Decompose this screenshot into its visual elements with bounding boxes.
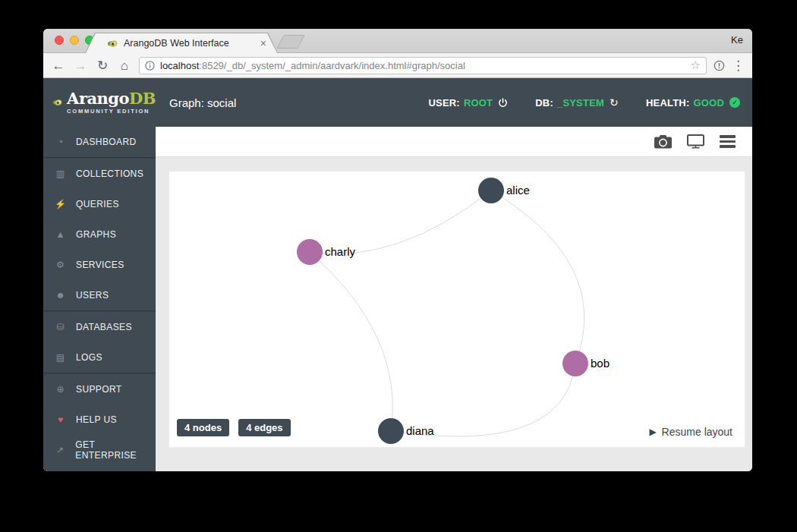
page-info-icon[interactable]: [145, 61, 155, 71]
heart-icon: ♥: [54, 414, 67, 425]
graph-edge-charly-diana: [310, 252, 392, 431]
brand-wordmark: ArangoDB: [67, 90, 156, 106]
graph-viewer-content: alicecharlybobdiana 4 nodes 4 edges ▶ Re…: [156, 157, 752, 471]
graph-node-diana[interactable]: [378, 418, 404, 444]
sidebar-item-label: QUERIES: [76, 199, 119, 209]
graph-node-alice[interactable]: [478, 178, 504, 203]
browser-tab-bar: ArangoDB Web Interface × Ke: [43, 29, 752, 53]
graph-node-charly[interactable]: [297, 239, 323, 265]
sidebar-item-graphs[interactable]: ▲GRAPHS: [43, 219, 156, 250]
graph-viewer-toolbar: [156, 127, 752, 157]
tab-close-icon[interactable]: ×: [260, 38, 266, 49]
sidebar-item-helpus[interactable]: ♥HELP US: [43, 405, 156, 435]
users-icon: ☻: [54, 290, 67, 301]
graph-stats: 4 nodes 4 edges: [177, 419, 291, 436]
back-icon[interactable]: ←: [51, 59, 66, 72]
url-path: :8529/_db/_system/_admin/aardvark/index.…: [199, 60, 465, 71]
minimize-window-button[interactable]: [70, 36, 79, 45]
sidebar-item-dashboard[interactable]: ◔DASHBOARD: [43, 127, 156, 157]
sidebar-item-label: HELP US: [76, 414, 117, 425]
sidebar-item-label: SERVICES: [76, 260, 124, 270]
user-value: ROOT: [464, 97, 493, 109]
close-window-button[interactable]: [55, 36, 64, 45]
sidebar-item-label: GRAPHS: [76, 229, 116, 240]
graph-node-label-diana: diana: [406, 424, 434, 437]
play-icon: ▶: [649, 427, 656, 436]
browser-window: ArangoDB Web Interface × Ke ← → ↻ ⌂ loca…: [43, 29, 752, 471]
sidebar-item-label: COLLECTIONS: [76, 168, 143, 179]
browser-alert-icon[interactable]: [714, 60, 725, 71]
url-host: localhost: [160, 60, 199, 71]
resume-layout-button[interactable]: ▶ Resume layout: [649, 426, 732, 438]
browser-tab[interactable]: ArangoDB Web Interface ×: [86, 33, 277, 53]
app-header: ArangoDB COMMUNITY EDITION Graph: social…: [43, 78, 752, 127]
external-link-icon: ↗: [54, 445, 66, 455]
graph-edge-charly-alice: [310, 190, 491, 254]
user-label: USER:: [428, 97, 459, 109]
database-icon: ⛁: [54, 322, 67, 332]
browser-menu-icon[interactable]: ⋮: [732, 58, 745, 74]
health-value: GOOD: [693, 97, 724, 109]
bolt-icon: ⚡: [54, 199, 67, 209]
db-value: _SYSTEM: [557, 97, 604, 109]
sidebar-item-support[interactable]: ⊕SUPPORT: [43, 374, 156, 405]
sidebar-item-queries[interactable]: ⚡QUERIES: [43, 189, 156, 219]
forward-icon[interactable]: →: [73, 59, 88, 72]
sidebar-item-label: DATABASES: [76, 322, 132, 332]
graph-node-label-charly: charly: [325, 245, 356, 258]
resume-layout-label: Resume layout: [662, 426, 732, 438]
graph-node-bob[interactable]: [562, 351, 588, 376]
dashboard-icon: ◔: [54, 137, 67, 147]
camera-icon[interactable]: [654, 135, 672, 149]
refresh-icon[interactable]: ↻: [610, 97, 619, 108]
page-title: Graph: social: [169, 96, 428, 109]
graph-node-label-bob: bob: [591, 357, 610, 370]
reload-icon[interactable]: ↻: [95, 59, 110, 72]
home-icon[interactable]: ⌂: [117, 59, 132, 72]
sidebar-item-label: GET ENTERPRISE: [75, 439, 156, 461]
graph-edge-alice-bob: [491, 190, 584, 364]
graph-node-label-alice: alice: [506, 184, 530, 197]
address-bar[interactable]: localhost:8529/_db/_system/_admin/aardva…: [139, 57, 707, 74]
sidebar-item-label: SUPPORT: [76, 384, 122, 395]
arangodb-favicon: [107, 39, 118, 49]
folder-icon: ▥: [54, 168, 67, 179]
gears-icon: ⚙: [54, 260, 67, 270]
sidebar-item-services[interactable]: ⚙SERVICES: [43, 250, 156, 280]
sidebar-item-users[interactable]: ☻USERS: [43, 280, 156, 310]
user-menu[interactable]: USER: ROOT: [428, 97, 508, 109]
new-tab-button[interactable]: [276, 35, 305, 49]
nodes-count-badge: 4 nodes: [177, 419, 229, 436]
sidebar-item-collections[interactable]: ▥COLLECTIONS: [43, 159, 156, 189]
chart-icon: ▲: [54, 229, 67, 240]
power-icon[interactable]: [498, 98, 508, 108]
menu-icon[interactable]: [720, 135, 736, 148]
sidebar-item-label: DASHBOARD: [76, 137, 137, 147]
health-check-icon: ✓: [729, 97, 740, 108]
lifebuoy-icon: ⊕: [54, 384, 67, 395]
browser-toolbar: ← → ↻ ⌂ localhost:8529/_db/_system/_admi…: [43, 53, 752, 78]
health-label: HEALTH:: [646, 97, 689, 109]
sidebar-item-databases[interactable]: ⛁DATABASES: [43, 312, 156, 342]
sidebar-item-label: LOGS: [76, 352, 102, 363]
tab-title: ArangoDB Web Interface: [124, 38, 255, 49]
db-menu[interactable]: DB: _SYSTEM ↻: [535, 97, 619, 109]
sidebar-item-enterprise[interactable]: ↗GET ENTERPRISE: [43, 435, 156, 465]
edges-count-badge: 4 edges: [238, 419, 290, 436]
db-label: DB:: [535, 97, 553, 109]
bookmark-star-icon[interactable]: ☆: [691, 58, 701, 72]
graph-canvas[interactable]: alicecharlybobdiana 4 nodes 4 edges ▶ Re…: [169, 171, 745, 448]
file-icon: ▤: [54, 352, 67, 363]
avocado-logo-icon: [52, 91, 63, 114]
monitor-icon[interactable]: [687, 134, 704, 149]
browser-profile-name[interactable]: Ke: [731, 34, 743, 46]
url-text[interactable]: localhost:8529/_db/_system/_admin/aardva…: [160, 60, 685, 71]
sidebar-item-label: USERS: [76, 290, 109, 301]
graph-svg: alicecharlybobdiana: [169, 172, 745, 447]
health-status: HEALTH: GOOD ✓: [646, 97, 740, 109]
sidebar-item-logs[interactable]: ▤LOGS: [43, 342, 156, 373]
arangodb-logo[interactable]: ArangoDB COMMUNITY EDITION: [52, 90, 156, 115]
sidebar-nav: ◔DASHBOARD▥COLLECTIONS⚡QUERIES▲GRAPHS⚙SE…: [43, 127, 156, 471]
edition-label: COMMUNITY EDITION: [67, 109, 156, 115]
